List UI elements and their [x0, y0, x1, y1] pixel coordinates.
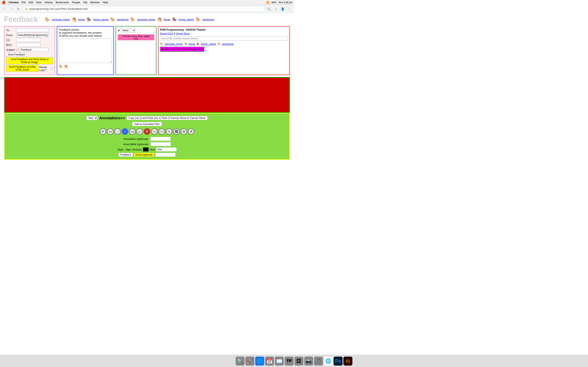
style-value: 18px Verdana	[125, 148, 142, 151]
rjm-horse-emoji-1: 🐎	[160, 42, 163, 45]
horse-link-horse2[interactable]: horse	[164, 18, 170, 21]
annotations-label: Annotations++	[99, 116, 125, 120]
rjm-horse-link-racing[interactable]: horse_racing	[201, 42, 216, 45]
bcc-label: BCC:	[6, 43, 15, 47]
horse-link-carousel1[interactable]: carousel_horse	[52, 18, 70, 21]
profile-icon-btn[interactable]: 👤	[280, 6, 285, 12]
horse-link-racing2[interactable]: horse_racing	[179, 18, 194, 21]
rjm-horse-link-carousel[interactable]: carousel_horse	[164, 42, 183, 45]
cursor-tool[interactable]: ➜	[181, 128, 187, 135]
clock: Sun 4:28 pm	[278, 1, 292, 4]
edit-menu[interactable]: Edit	[29, 1, 33, 4]
your-select[interactable]: Your	[86, 116, 98, 120]
from-label: From:	[6, 34, 15, 37]
delete-tool[interactable]: ✗	[144, 128, 150, 135]
tutorial-badge-button[interactable]: Tutorials (show blog, toggle soi▲	[118, 34, 154, 40]
from-input[interactable]	[16, 33, 49, 37]
subject-row: Subject 📋	[6, 48, 53, 52]
feedback-textarea[interactable]	[59, 39, 112, 63]
square-tool[interactable]: ⬜	[114, 128, 121, 135]
annotation-input[interactable]	[150, 137, 171, 141]
people-menu[interactable]: People	[72, 1, 80, 4]
back-button[interactable]: ←	[2, 6, 7, 12]
copy-paste-button[interactable]: Copy (via 2) and Paste (via 1) Parts of …	[127, 116, 208, 120]
cc-input[interactable]	[16, 38, 41, 42]
annotation-row: Annotation (optional):	[123, 137, 171, 141]
battery-indicator: 84%	[272, 1, 277, 4]
reload-button[interactable]: ↻	[16, 6, 21, 12]
rect-tool[interactable]: ▭	[107, 128, 113, 135]
recall-checkbox[interactable]	[51, 67, 53, 70]
rjm-panel: RJM Programming - 02/2018 Thanks Emoji C…	[158, 26, 290, 75]
rjm-title: RJM Programming - 02/2018 Thanks	[160, 28, 288, 31]
horse-emoji-2: 🐴	[71, 17, 77, 22]
minus-tool[interactable]: −	[151, 128, 158, 135]
send-feedback-button[interactable]: Send Feedback	[6, 53, 27, 57]
plus-tool[interactable]: +	[166, 128, 172, 135]
file-menu[interactable]: File	[21, 1, 26, 4]
rjm-search-input[interactable]	[160, 36, 288, 41]
horse-emoji-5: 🐎	[130, 17, 135, 22]
apple-menu[interactable]: 🍎	[2, 0, 6, 4]
bcc-input[interactable]	[16, 43, 41, 47]
pencil-tool[interactable]: ✏	[100, 128, 106, 135]
send-feedback-inline-button[interactable]: Send Feedback as Inline HTML Email	[6, 65, 39, 72]
rjm-horse-link-horse[interactable]: horse	[189, 42, 195, 45]
curve-tool[interactable]: ◡	[136, 128, 143, 135]
emoji-terra-link[interactable]: Emoji Terra	[176, 32, 190, 35]
tool-icons-row: ✏ ▭ ⬜ ○ ▭ ◡ ✗ − ─ + 🖼 ➜ ↺	[7, 128, 287, 135]
horse-link-racing1[interactable]: horse_racing	[93, 18, 108, 21]
color-swatch[interactable]	[143, 147, 149, 151]
horse-link-race2[interactable]: racehorse	[202, 18, 214, 21]
annotation-label: Annotation (optional):	[123, 137, 149, 141]
window-menu[interactable]: Window	[90, 1, 99, 4]
help-menu[interactable]: Help	[103, 1, 108, 4]
rjm-horses: 🐎 carousel_horse 🐴 horse 🏇 horse_racing …	[160, 42, 288, 45]
history-menu[interactable]: History	[44, 1, 53, 4]
feedback-panel-title: Feedback (words to augment Annotations, …	[59, 28, 112, 37]
style-label: Style:	[117, 148, 124, 151]
anno-bw-input[interactable]	[150, 142, 171, 146]
circle-tool[interactable]: ○	[122, 128, 128, 135]
ideas-panel: ▼ Ideas: Tutorials Tips Bugs Tutorials (…	[116, 26, 156, 75]
emoji-css-link[interactable]: Emoji CSS	[160, 32, 173, 35]
bottom-spacer	[0, 162, 294, 176]
forward-button[interactable]: →	[9, 6, 14, 12]
feedback-bottom-button[interactable]: Feedback	[118, 153, 133, 157]
chrome-toolbar: ← → ↻ 🔒 rjmprogramming.com.au/HTMLCSS/fe…	[0, 5, 294, 13]
chrome-menu[interactable]: Chrome	[9, 1, 18, 4]
wifi-icon: 📶	[267, 1, 269, 4]
canvas-area[interactable]	[4, 77, 290, 113]
horse-emoji-1: 🐎	[45, 17, 50, 22]
search-icon-btn[interactable]: 🔍	[266, 6, 272, 12]
to-input[interactable]	[16, 28, 49, 32]
horse-link-horse1[interactable]: horse	[78, 18, 85, 21]
to-label: To:	[6, 29, 15, 32]
color-text-input[interactable]	[156, 147, 177, 151]
tab-menu[interactable]: Tab	[83, 1, 87, 4]
menu-dots-btn[interactable]: ⋮	[287, 6, 292, 12]
image-tool[interactable]: 🖼	[173, 128, 180, 135]
cc-row: CC:	[6, 38, 53, 42]
email-optional-input[interactable]	[155, 153, 176, 157]
horse-link-race1[interactable]: racehorse	[117, 18, 129, 21]
rjm-banner-button[interactable]: ▶ Tailor Your Own Emoji Display Web	[160, 47, 204, 52]
rotate-tool[interactable]: ↺	[188, 128, 194, 135]
add-to-animated-film-button[interactable]: Add to Animated Film	[132, 122, 162, 126]
rect2-tool[interactable]: ▭	[129, 128, 136, 135]
page-title: Feedback	[4, 15, 41, 24]
horse-links: 🐎 carousel_horse 🐴 horse 🏇 horse_racing …	[45, 17, 214, 22]
ideas-dropdown[interactable]: Ideas: Tutorials Tips Bugs	[121, 28, 136, 33]
star-icon-btn[interactable]: ☆	[273, 6, 278, 12]
send-feedback-image-button[interactable]: Send Feedback and Show Body of Email as …	[6, 57, 53, 64]
bookmarks-menu[interactable]: Bookmarks	[56, 1, 69, 4]
feedback-emoji-2: 🐴	[64, 64, 68, 68]
rjm-horse-link-race[interactable]: racehorse	[222, 42, 234, 45]
subject-input[interactable]	[20, 48, 48, 52]
view-menu[interactable]: View	[36, 1, 42, 4]
horse-link-carousel2[interactable]: carousel_horse	[137, 18, 155, 21]
horse-emoji-6: 🐴	[157, 17, 162, 22]
line-tool[interactable]: ─	[158, 128, 165, 135]
address-bar[interactable]: 🔒 rjmprogramming.com.au/HTMLCSS/feedback…	[22, 6, 265, 12]
email-bottom-button[interactable]: Email (optional)	[134, 153, 154, 157]
